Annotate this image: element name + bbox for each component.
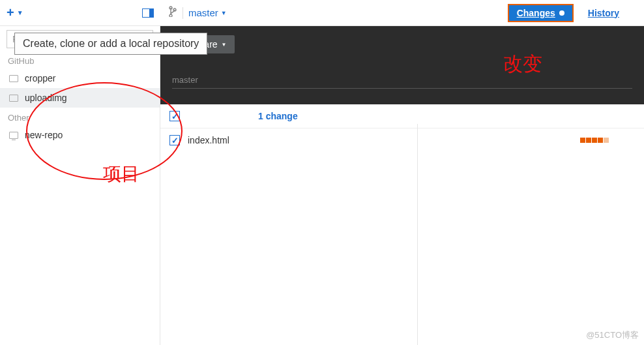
change-count: 1 change [258, 111, 298, 121]
chevron-down-icon: ▼ [222, 42, 227, 48]
chevron-down-icon: ▼ [221, 10, 227, 16]
repo-icon [9, 75, 18, 82]
add-repo-button[interactable]: + ▼ [7, 5, 23, 20]
changes-header: 1 change [160, 104, 644, 128]
file-row[interactable]: index.html [160, 128, 644, 152]
compare-bar: Compare ▼ master [160, 26, 644, 104]
tab-changes[interactable]: Changes [508, 4, 574, 22]
local-repo-icon [9, 132, 18, 139]
branch-dropdown[interactable]: master ▼ [188, 7, 227, 18]
panel-toggle-button[interactable] [142, 8, 154, 18]
repo-icon [9, 95, 18, 102]
watermark: @51CTO博客 [586, 329, 639, 341]
file-checkbox[interactable] [169, 135, 180, 145]
timeline-branch-label: master [172, 75, 198, 85]
timeline-line [172, 88, 632, 89]
divider [183, 7, 183, 19]
repo-label: new-repo [25, 130, 63, 140]
plus-icon: + [7, 5, 14, 20]
tab-label: Changes [517, 8, 555, 18]
tooltip: Create, clone or add a local repository [14, 33, 207, 55]
tab-history[interactable]: History [583, 5, 624, 21]
section-header-other: Other [0, 108, 160, 125]
repo-item-cropper[interactable]: cropper [0, 68, 160, 88]
repo-item-new-repo[interactable]: new-repo [0, 125, 160, 145]
chevron-down-icon: ▼ [17, 9, 23, 16]
select-all-checkbox[interactable] [169, 111, 180, 121]
sidebar: GitHub cropper uploadimg Other new-repo [0, 26, 160, 345]
branch-label: master [188, 7, 218, 18]
main-panel: Compare ▼ master 1 change index.html [160, 26, 644, 345]
diff-indicator [580, 138, 609, 143]
branch-icon [168, 5, 177, 20]
repo-item-uploadimg[interactable]: uploadimg [0, 88, 160, 108]
repo-label: uploadimg [25, 93, 67, 103]
file-name: index.html [188, 135, 229, 145]
tab-label: History [588, 8, 619, 18]
unsaved-dot-icon [559, 10, 564, 16]
repo-label: cropper [25, 73, 55, 83]
